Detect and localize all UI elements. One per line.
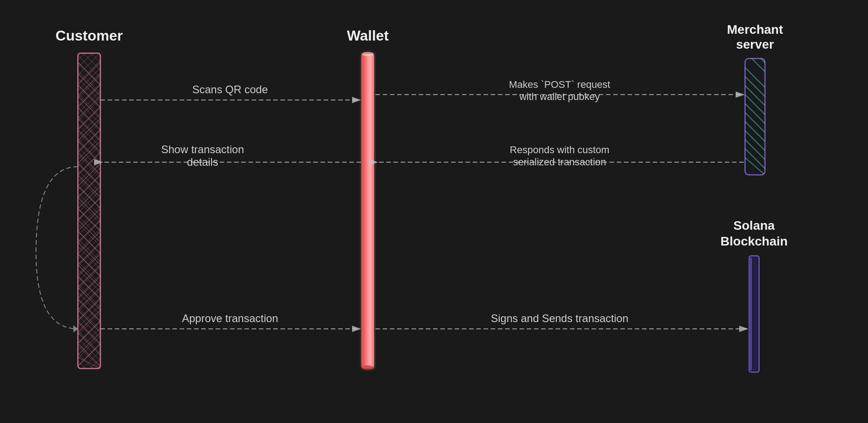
solana-label-line2: Blockchain <box>720 234 787 248</box>
merchant-label-line2: server <box>736 37 774 51</box>
wallet-bar-top <box>362 52 374 56</box>
label-scans-qr: Scans QR code <box>192 83 268 96</box>
label-approve: Approve transaction <box>182 312 278 324</box>
label-responds-line1: Responds with custom <box>510 144 609 155</box>
customer-label: Customer <box>55 27 122 44</box>
label-responds-line2: serialized transaction <box>513 156 606 168</box>
merchant-hatch <box>745 59 765 175</box>
label-post-request-line1: Makes `POST` request <box>509 79 610 90</box>
svg-rect-59 <box>745 59 765 175</box>
wallet-label: Wallet <box>347 27 389 44</box>
main-diagram-svg: Customer Wallet Merchant server Solana B… <box>0 0 868 423</box>
label-post-request-line2: with wallet pubkey <box>519 91 600 102</box>
label-signs-sends: Signs and Sends transaction <box>491 312 628 324</box>
background <box>0 0 868 423</box>
label-show-tx-line2: details <box>187 156 218 168</box>
merchant-label-line1: Merchant <box>727 23 783 36</box>
wallet-bar-bottom <box>362 365 374 370</box>
solana-label-line1: Solana <box>733 218 775 232</box>
diagram-container: Customer Wallet Merchant server Solana B… <box>0 0 868 423</box>
wallet-bar <box>362 54 374 368</box>
label-show-tx-line1: Show transaction <box>161 143 244 155</box>
